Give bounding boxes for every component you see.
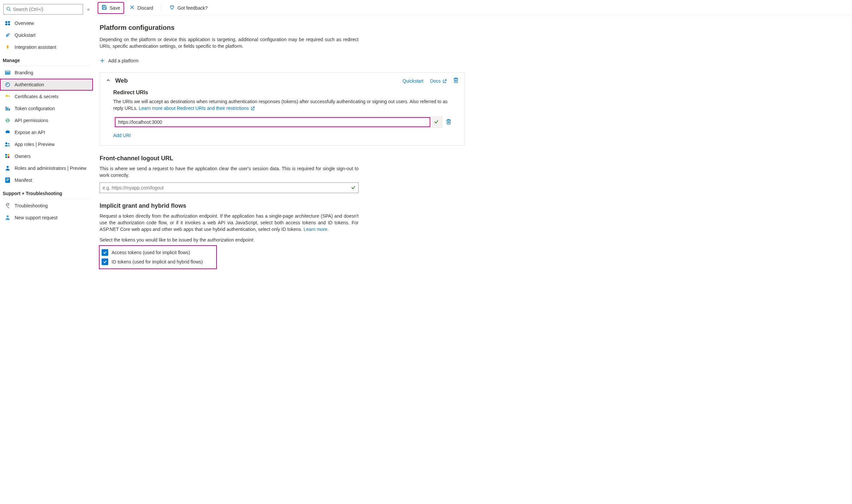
logout-url-input[interactable] [103, 185, 351, 191]
docs-link[interactable]: Docs [430, 78, 447, 84]
logout-url-input-wrap[interactable] [100, 182, 359, 193]
add-uri-button[interactable]: Add URI [113, 133, 131, 138]
check-icon [351, 185, 355, 191]
sidebar-item-overview[interactable]: Overview [0, 17, 93, 29]
divider [3, 199, 90, 199]
logout-desc: This is where we send a request to have … [100, 165, 359, 179]
svg-point-28 [7, 215, 8, 217]
sidebar-item-owners[interactable]: Owners [0, 150, 93, 162]
redirect-uris-title: Redirect URIs [113, 90, 451, 95]
search-icon [6, 7, 11, 12]
content-scroll[interactable]: Platform configurations Depending on the… [93, 16, 852, 504]
sidebar-item-certificates[interactable]: Certificates & secrets [0, 91, 93, 103]
redirect-uris-desc: The URIs we will accept as destinations … [113, 98, 451, 111]
checkbox-checked-icon [102, 249, 108, 256]
delete-uri-button[interactable] [446, 119, 451, 126]
discard-button[interactable]: Discard [126, 3, 156, 13]
svg-rect-30 [103, 7, 106, 9]
svg-rect-27 [6, 180, 8, 181]
sidebar-item-authentication[interactable]: Authentication [0, 79, 93, 91]
svg-rect-26 [6, 180, 9, 180]
svg-point-0 [7, 7, 10, 10]
svg-rect-14 [7, 108, 8, 110]
logout-title: Front-channel logout URL [100, 155, 465, 162]
rocket-icon [5, 44, 11, 50]
sidebar-item-roles-admins[interactable]: Roles and administrators | Preview [0, 162, 93, 174]
redirect-learn-more-link[interactable]: Learn more about Redirect URIs and their… [139, 106, 255, 111]
sidebar-item-expose-api[interactable]: Expose an API [0, 126, 93, 138]
svg-point-6 [8, 34, 9, 35]
platform-config-title: Platform configurations [100, 24, 465, 32]
svg-point-18 [8, 143, 10, 145]
sidebar-item-app-roles[interactable]: App roles | Preview [0, 138, 93, 150]
sidebar-item-troubleshooting[interactable]: Troubleshooting [0, 200, 93, 212]
collapse-sidebar-button[interactable]: « [87, 7, 90, 12]
save-button[interactable]: Save [98, 3, 123, 13]
sidebar-section-support: Support + Troubleshooting [0, 186, 93, 198]
id-tokens-label: ID tokens (used for implicit and hybrid … [111, 259, 203, 265]
sidebar-item-label: API permissions [15, 118, 48, 123]
collapse-card-button[interactable] [106, 78, 110, 84]
checkbox-checked-icon [102, 258, 108, 265]
svg-rect-22 [7, 156, 9, 158]
svg-rect-3 [8, 21, 10, 23]
quickstart-icon [5, 32, 11, 38]
svg-rect-21 [5, 156, 7, 158]
svg-rect-15 [9, 108, 10, 110]
sidebar-item-quickstart[interactable]: Quickstart [0, 29, 93, 41]
sidebar-item-label: Quickstart [15, 33, 36, 38]
search-box[interactable] [3, 4, 83, 15]
delete-platform-button[interactable] [453, 77, 458, 84]
check-icon [432, 120, 440, 125]
divider [3, 66, 90, 66]
discard-label: Discard [137, 5, 153, 11]
svg-rect-12 [9, 95, 10, 97]
quickstart-link[interactable]: Quickstart [402, 78, 423, 84]
support-icon [5, 215, 11, 221]
access-tokens-checkbox[interactable]: Access tokens (used for implicit flows) [102, 248, 203, 257]
feedback-label: Got feedback? [177, 5, 208, 11]
sidebar-item-manifest[interactable]: Manifest [0, 174, 93, 186]
sidebar-item-label: Branding [15, 70, 33, 75]
roles-admins-icon [5, 165, 11, 171]
svg-line-35 [444, 79, 446, 82]
svg-rect-29 [103, 5, 105, 7]
toolbar-separator [161, 4, 161, 12]
external-link-icon [442, 79, 447, 83]
sidebar-item-api-permissions[interactable]: API permissions [0, 114, 93, 126]
svg-rect-5 [8, 23, 10, 25]
search-input[interactable] [13, 7, 80, 12]
svg-rect-8 [6, 71, 10, 72]
svg-rect-7 [5, 71, 10, 75]
redirect-uri-row [113, 116, 451, 128]
owners-icon [5, 153, 11, 159]
wrench-icon [5, 203, 11, 209]
sidebar-item-label: Troubleshooting [15, 203, 48, 209]
external-link-icon [251, 107, 255, 110]
redirect-uri-input[interactable] [115, 118, 430, 127]
sidebar-item-label: New support request [15, 215, 57, 220]
feedback-button[interactable]: Got feedback? [166, 3, 211, 13]
save-icon [102, 5, 107, 11]
id-tokens-checkbox[interactable]: ID tokens (used for implicit and hybrid … [102, 257, 203, 266]
token-config-icon [5, 106, 11, 111]
api-permissions-icon [5, 118, 11, 123]
svg-point-17 [5, 142, 7, 144]
sidebar-item-integration-assistant[interactable]: Integration assistant [0, 41, 93, 53]
sidebar-item-branding[interactable]: Branding [0, 67, 93, 79]
svg-line-41 [253, 107, 254, 109]
manifest-icon [5, 177, 11, 183]
svg-rect-24 [5, 178, 10, 183]
implicit-learn-more-link[interactable]: Learn more. [303, 227, 328, 232]
sidebar: « Overview Quickstart Integration assist… [0, 0, 93, 504]
svg-line-1 [10, 10, 11, 11]
platform-card-web: Web Quickstart Docs Redirect URIs [100, 72, 465, 146]
sidebar-item-label: Roles and administrators | Preview [15, 166, 86, 171]
key-icon [5, 94, 11, 100]
sidebar-item-token-config[interactable]: Token configuration [0, 103, 93, 114]
add-platform-button[interactable]: Add a platform [100, 58, 138, 64]
app-roles-icon [5, 141, 11, 147]
overview-icon [5, 20, 11, 26]
sidebar-item-label: Manifest [15, 178, 32, 183]
sidebar-item-new-support[interactable]: New support request [0, 212, 93, 223]
